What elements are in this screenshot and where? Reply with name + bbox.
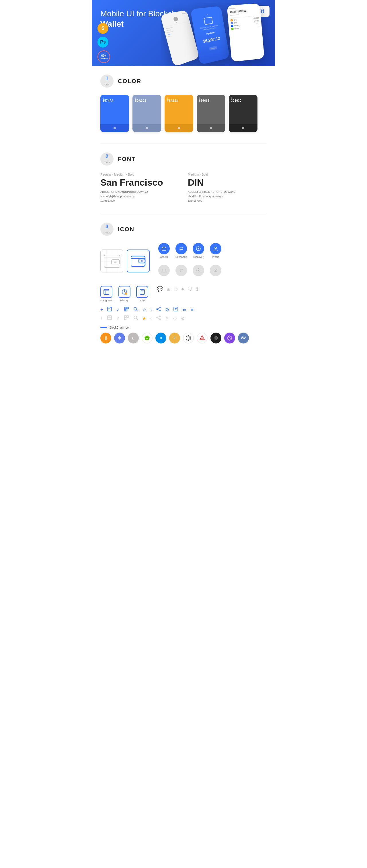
blockchain-label-row: BlockChain Icon: [101, 326, 266, 329]
icon-section-title: ICON: [118, 226, 135, 232]
exchange-icon: [175, 243, 187, 254]
wireframe-grid-icon: [101, 250, 123, 273]
svg-marker-78: [186, 336, 191, 341]
profile-label: Profile: [212, 255, 219, 258]
speech-icon: 🗨: [188, 286, 193, 292]
circle-icon: ●: [181, 286, 185, 292]
search-icon-gray: [133, 315, 138, 321]
svg-rect-45: [128, 309, 128, 310]
svg-text:!: !: [126, 293, 126, 295]
svg-rect-47: [128, 310, 128, 311]
svg-line-68: [158, 316, 160, 317]
color-section-header: 1 ONE COLOR: [101, 74, 266, 88]
nav-icon-discover-gray: [193, 265, 204, 276]
discover-label: Discover: [194, 255, 204, 258]
nav-icons-container: Assets Exchange Discover: [158, 243, 221, 279]
swatch-blue: # 3574FA: [101, 95, 129, 132]
upload-icon: [173, 307, 178, 313]
tools-row-1: + ✓ ☆ ‹ ⚙ ⇔ ✕: [101, 307, 266, 313]
icon-main-row: Assets Exchange Discover: [101, 243, 266, 279]
litecoin-icon: Ł: [128, 333, 139, 343]
svg-point-52: [160, 310, 161, 311]
nav-icon-assets: Assets: [158, 243, 170, 258]
history-icon-item: ! History: [118, 286, 131, 302]
nav-icon-profile-gray: [210, 265, 221, 276]
color-section-title: COLOR: [118, 78, 141, 85]
blockchain-label: BlockChain Icon: [110, 326, 130, 329]
font-sf-lower: abcdefghijklmnopqrstuvwxyz: [101, 194, 179, 199]
svg-point-66: [157, 317, 158, 318]
settings-icon: ⚙: [165, 307, 169, 313]
wallet-svg-icon: [131, 255, 146, 267]
exchange-label: Exchange: [175, 255, 187, 258]
app-icons-row: Mangment ! History Order 💬: [101, 286, 266, 302]
profile-icon-gray: [210, 265, 221, 276]
nav-icon-profile: Profile: [210, 243, 221, 258]
svg-rect-43: [125, 310, 126, 311]
moon-icon: ☽: [174, 286, 178, 292]
star-icon: ☆: [142, 307, 146, 313]
svg-rect-62: [124, 318, 126, 320]
svg-point-22: [215, 269, 216, 271]
share-icon: [156, 307, 161, 313]
assets-icon-gray: [158, 265, 170, 276]
wallet-icon-blue: [127, 249, 150, 273]
wallet-wireframe-1: [101, 249, 123, 273]
svg-point-50: [160, 307, 161, 308]
discover-icon-gray: [193, 265, 204, 276]
management-label: Mangment: [101, 299, 113, 302]
order-icon: [136, 286, 148, 298]
svg-line-69: [158, 318, 160, 319]
svg-text:₿: ₿: [105, 336, 107, 340]
svg-rect-7: [112, 259, 119, 264]
swatch-dark: # 303030: [229, 95, 257, 132]
font-sf-name: San Francisco: [101, 177, 179, 188]
zcash-icon: Z: [169, 333, 180, 343]
history-icon: !: [118, 286, 131, 298]
svg-point-18: [215, 247, 217, 249]
exchange-icon-gray: [175, 265, 187, 276]
font-din-numbers: 1234567890: [188, 199, 266, 202]
expand-icon: ⇔: [182, 307, 186, 313]
svg-point-67: [160, 318, 161, 320]
svg-text:Ł: Ł: [132, 336, 135, 340]
iota-icon: [183, 333, 194, 343]
font-sf-numbers: 1234567890: [101, 199, 179, 202]
svg-point-21: [198, 270, 199, 271]
font-din-upper: ABCDEFGHIJKLMNOPQRSTUVWXYZ: [188, 190, 266, 194]
font-grid: Regular · Medium · Bold San Francisco AB…: [101, 173, 266, 202]
svg-rect-60: [124, 316, 126, 317]
qr-icon: [124, 307, 129, 313]
nav-icon-exchange-gray: [175, 265, 187, 276]
svg-point-12: [141, 260, 143, 262]
font-section-title: FONT: [118, 156, 136, 162]
svg-rect-61: [127, 316, 129, 317]
profile-icon: [210, 243, 221, 254]
svg-marker-19: [162, 269, 166, 272]
photoshop-icon: Ps: [97, 37, 108, 48]
swatch-gray-blue: # 8DA0C8: [133, 95, 161, 132]
polygon-icon: ⬡: [224, 333, 235, 343]
star-filled-icon: ★: [142, 316, 146, 321]
share-icon-gray: [156, 315, 161, 321]
plus-icon-gray: +: [101, 316, 103, 321]
main-content: 1 ONE COLOR # 3574FA # 8DA0C8 # F5A623: [92, 66, 275, 355]
management-icon: [101, 286, 112, 298]
edit-doc-icon-gray: [107, 315, 112, 321]
plus-icon: +: [101, 307, 103, 312]
svg-line-49: [137, 310, 138, 311]
font-sf-label: Regular · Medium · Bold: [101, 173, 179, 176]
svg-marker-83: [215, 337, 217, 339]
section-2-badge: 2 TWO: [101, 152, 114, 165]
font-din: Medium · Bold DIN ABCDEFGHIJKLMNOPQRSTUV…: [188, 173, 266, 202]
svg-rect-23: [104, 289, 109, 294]
font-sf: Regular · Medium · Bold San Francisco AB…: [101, 173, 179, 202]
bitcoin-icon: ₿: [101, 333, 111, 343]
section-1-badge: 1 ONE: [101, 74, 114, 88]
svg-point-65: [160, 316, 161, 317]
svg-text:N: N: [146, 337, 148, 340]
font-din-name: DIN: [188, 177, 266, 188]
enigma-icon: [210, 333, 221, 343]
hero-section: Mobile UI for Blockchain Wallet UI Kit S…: [92, 0, 275, 66]
screens-badge: 60+ Screens: [97, 51, 110, 63]
